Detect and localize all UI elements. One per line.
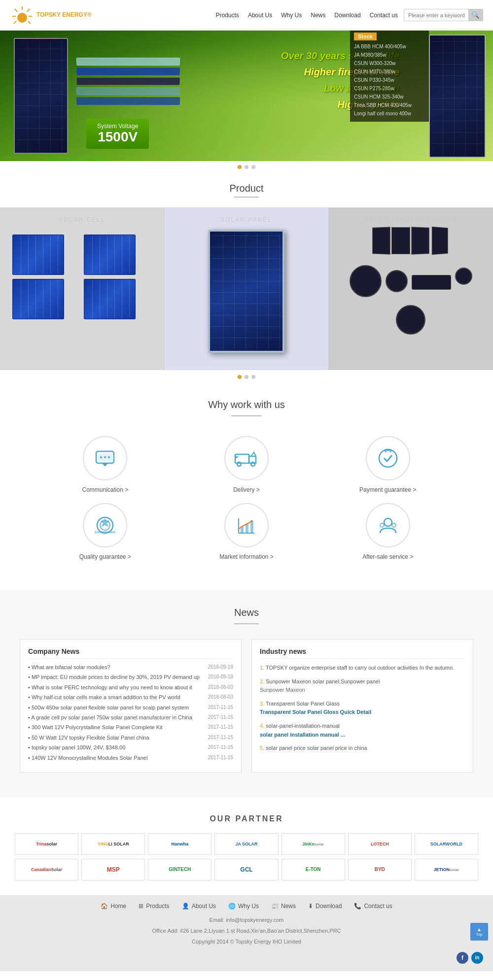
footer-news[interactable]: 📰 News (271, 903, 296, 910)
linkedin-button[interactable]: in (471, 952, 483, 964)
industry-item-2[interactable]: 3. Transparent Solar Panel Glass Transpa… (260, 700, 465, 717)
communication-label: Communication > (82, 486, 128, 493)
nav-contact[interactable]: Contact us (370, 12, 398, 19)
nav-news[interactable]: News (311, 12, 325, 19)
cn-title-9: • 140W 12V Monocrystalline Modules Solar… (28, 754, 204, 762)
prod-dot-2[interactable] (245, 375, 248, 379)
footer-contact[interactable]: 📞 Contact us (354, 903, 392, 910)
ind-link-3[interactable]: solar panel installation manual ... (260, 732, 345, 738)
partner-trina[interactable]: Trinasolar (15, 833, 78, 855)
svg-point-17 (379, 449, 397, 467)
industry-item-0[interactable]: 1. TOPSKY organize enterprise staff to c… (260, 664, 465, 673)
partner-solarworld[interactable]: SOLARWORLD (415, 833, 478, 855)
industry-news-box: Industry news 1. TOPSKY organize enterpr… (251, 639, 473, 773)
footer-about[interactable]: 👤 About Us (182, 903, 216, 910)
partner-byd[interactable]: BYD (348, 859, 412, 880)
cn-date-0: 2018-09-18 (208, 664, 233, 671)
industry-item-3[interactable]: 4. solar-panel-installation-manual solar… (260, 722, 465, 739)
feature-delivery[interactable]: Delivery > (181, 436, 313, 493)
company-news-item-9[interactable]: • 140W 12V Monocrystalline Modules Solar… (28, 754, 233, 762)
stock-item-8: Longi half cell mono 400w (354, 109, 425, 118)
dot-1[interactable] (238, 165, 242, 169)
dot-3[interactable] (251, 165, 255, 169)
nav-why[interactable]: Why Us (281, 12, 302, 19)
prod-dot-1[interactable] (238, 375, 242, 379)
cn-date-3: 2018-08-03 (208, 694, 233, 701)
svg-line-2 (15, 9, 17, 12)
dot-2[interactable] (245, 165, 248, 169)
company-news-item-4[interactable]: • 500w 450w solar panel flexible solar p… (28, 704, 233, 711)
nav-products[interactable]: Products (216, 12, 239, 19)
partners-row-1: Trinasolar YINGLI SOLAR Hanwha JA SOLAR … (0, 833, 493, 859)
company-news-item-7[interactable]: • 50 W Watt 12V topsky Flexible Solar Pa… (28, 734, 233, 742)
partner-gintech[interactable]: GINTECH (148, 859, 211, 880)
ind-text-3: solar-panel-installation-manual (266, 723, 340, 729)
industry-item-4[interactable]: 5. solar panel price solar panel price i… (260, 744, 465, 753)
svg-line-3 (27, 9, 30, 12)
partner-canadian[interactable]: CanadianSolar (15, 859, 78, 880)
footer-home[interactable]: 🏠 Home (101, 903, 126, 910)
news-footer-label: News (281, 903, 296, 910)
delivery-label: Delivery > (233, 486, 260, 493)
feature-communication[interactable]: Communication > (39, 436, 171, 493)
stock-item-7: Trina SBB HCM 400/405w (354, 101, 425, 109)
prod-dot-3[interactable] (251, 375, 255, 379)
partner-jetion[interactable]: JETIONsolar (415, 859, 478, 880)
logo[interactable]: TOPSKY ENERGY® (10, 4, 92, 26)
hero-layers (76, 58, 180, 105)
delivery-circle (224, 436, 269, 480)
feature-quality[interactable]: GUARANTEED Quality guarantee > (39, 503, 171, 560)
stock-item-2: CSUN W300-320w (354, 59, 425, 68)
main-nav: Products About Us Why Us News Download C… (216, 12, 398, 19)
product-solar-panel[interactable]: SOLAR PANEL (164, 207, 328, 370)
partner-jasolar[interactable]: JA SOLAR (214, 833, 278, 855)
company-news-item-5[interactable]: • A grade cell pv solar panel 750w solar… (28, 714, 233, 721)
company-news-item-2[interactable]: • What is solar PERC technology and why … (28, 684, 233, 691)
feature-payment[interactable]: Payment guarantee > (322, 436, 454, 493)
cn-title-4: • 500w 450w solar panel flexible solar p… (28, 704, 204, 711)
product-solar-cell[interactable]: SOLAR CELL (0, 207, 164, 370)
partner-yingli[interactable]: YINGLI SOLAR (81, 833, 145, 855)
ind-link-2[interactable]: Transparent Solar Panel Gloss Quick Deta… (260, 709, 371, 715)
partner-hanwha[interactable]: Hanwha (148, 833, 211, 855)
ind-text-1: Sunpower Maxeon solar panel,Sunpower pan… (266, 678, 380, 684)
footer-download[interactable]: ⬇ Download (308, 903, 342, 910)
company-news-item-3[interactable]: • Why half-cut solar cells make a smart … (28, 694, 233, 701)
partner-msp[interactable]: MSP (81, 859, 145, 880)
news-grid: Company News • What are bifacial solar m… (0, 634, 493, 777)
cn-title-5: • A grade cell pv solar panel 750w solar… (28, 714, 204, 721)
voltage-label: System Voltage (97, 123, 138, 130)
facebook-button[interactable]: f (457, 952, 468, 964)
header: TOPSKY ENERGY® Products About Us Why Us … (0, 0, 493, 31)
footer: 🏠 Home ⊞ Products 👤 About Us 🌐 Why Us 📰 … (0, 895, 493, 971)
why-divider (232, 415, 261, 416)
partner-eton[interactable]: E-TON (282, 859, 345, 880)
search-input[interactable] (404, 10, 468, 20)
nav-about[interactable]: About Us (248, 12, 272, 19)
partner-gcl[interactable]: GCL (214, 859, 278, 880)
company-news-item-6[interactable]: • 300 Watt 12V Polycrystalline Solar Pan… (28, 724, 233, 731)
cn-title-1: • MP impact: EU module prices to decline… (28, 674, 204, 681)
partner-lotech[interactable]: LOTECH (348, 833, 412, 855)
ind-link-1[interactable]: Sunpower Maxeon (260, 687, 305, 693)
company-news-item-8[interactable]: • topsky solar panel 100W, 24V, $348.00 … (28, 744, 233, 751)
company-news-item-1[interactable]: • MP impact: EU module prices to decline… (28, 674, 233, 681)
product-application[interactable]: APPLICATION PRODUCTS (329, 207, 493, 370)
home-icon: 🏠 (101, 903, 108, 910)
search-button[interactable]: 🔍 (468, 9, 483, 21)
back-to-top[interactable]: ▲ Top (470, 923, 488, 941)
footer-products[interactable]: ⊞ Products (139, 903, 169, 910)
footer-why[interactable]: 🌐 Why Us (228, 903, 259, 910)
company-news-item-0[interactable]: • What are bifacial solar modules? 2018-… (28, 664, 233, 671)
feature-market[interactable]: Market information > (181, 503, 313, 560)
nav-download[interactable]: Download (334, 12, 360, 19)
ind-text-4: solar panel price solar panel price in c… (266, 745, 367, 751)
feature-aftersale[interactable]: After-sale service > (322, 503, 454, 560)
industry-item-1[interactable]: 2. Sunpower Maxeon solar panel,Sunpower … (260, 677, 465, 695)
svg-point-29 (392, 523, 396, 527)
aftersale-label: After-sale service > (362, 553, 413, 560)
stock-item-1: JA M380/385w (354, 51, 425, 59)
hero-right-panel (429, 34, 486, 158)
partner-jinko[interactable]: JinKosolar (282, 833, 345, 855)
communication-circle (83, 436, 127, 480)
